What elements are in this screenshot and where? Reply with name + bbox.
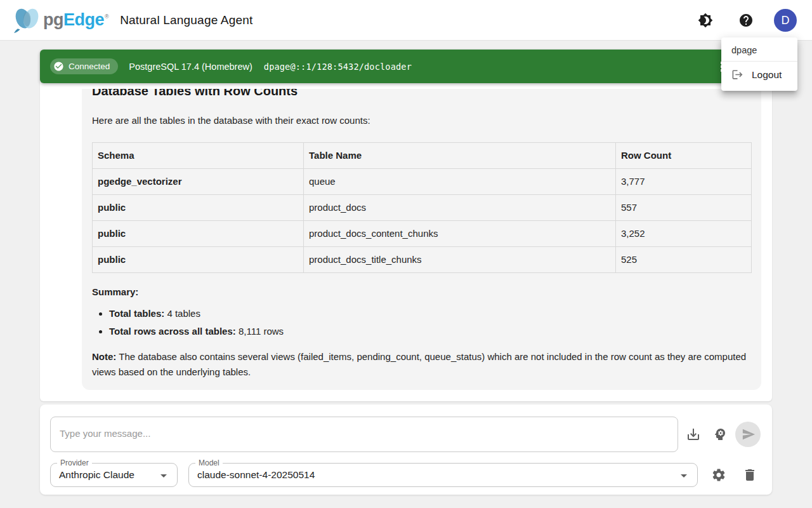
pgedge-logo: pgEdge®: [13, 7, 108, 34]
summary-item: Total rows across all tables: 8,111 rows: [109, 323, 751, 340]
logout-icon: [731, 69, 743, 81]
gear-icon: [711, 467, 726, 483]
chat-panel: Connected PostgreSQL 17.4 (Homebrew) dpa…: [40, 50, 772, 401]
connection-bar: Connected PostgreSQL 17.4 (Homebrew) dpa…: [40, 50, 772, 83]
table-row: public product_docs_content_chunks 3,252: [93, 221, 752, 247]
connection-dsn: dpage@::1/128:5432/docloader: [264, 62, 412, 72]
thinking-mode-button[interactable]: [707, 422, 733, 447]
logout-menu-item[interactable]: Logout: [721, 62, 797, 87]
theme-toggle-button[interactable]: [693, 8, 718, 33]
trash-icon: [742, 467, 757, 483]
connection-status-badge: Connected: [50, 58, 118, 74]
cell-table-name: product_docs_content_chunks: [304, 221, 616, 247]
settings-button[interactable]: [706, 462, 731, 488]
chevron-down-icon: [156, 468, 171, 483]
message-scroll-area[interactable]: Database Tables with Row Counts Here are…: [40, 89, 772, 401]
brand-edge: Edge: [63, 10, 104, 30]
column-header-table-name: Table Name: [304, 143, 616, 169]
cell-row-count: 557: [616, 195, 752, 221]
summary-item-value: 8,111 rows: [236, 326, 284, 337]
message-heading: Database Tables with Row Counts: [92, 89, 751, 99]
results-table: Schema Table Name Row Count pgedge_vecto…: [92, 142, 752, 273]
table-row: pgedge_vectorizer queue 3,777: [93, 169, 752, 195]
logout-label: Logout: [752, 69, 782, 81]
help-button[interactable]: [733, 8, 759, 33]
send-icon: [742, 427, 756, 441]
summary-item-label: Total rows across all tables:: [109, 326, 236, 337]
page-title: Natural Language Agent: [120, 13, 252, 27]
cell-table-name: queue: [304, 169, 616, 195]
table-header-row: Schema Table Name Row Count: [93, 143, 752, 169]
pgedge-wordmark: pgEdge®: [43, 10, 108, 30]
model-select-label: Model: [195, 458, 223, 467]
note-paragraph: Note: The database also contains several…: [92, 349, 751, 380]
connection-status-label: Connected: [69, 62, 110, 71]
column-header-row-count: Row Count: [616, 143, 752, 169]
summary-item: Total tables: 4 tables: [109, 305, 751, 323]
cell-schema: public: [93, 221, 304, 247]
table-row: public product_docs_title_chunks 525: [93, 247, 752, 273]
cell-schema: public: [93, 195, 304, 221]
provider-select-value: Anthropic Claude: [59, 469, 134, 481]
note-text: The database also contains several views…: [92, 351, 746, 377]
summary-list: Total tables: 4 tables Total rows across…: [109, 305, 751, 340]
header-actions: D: [693, 0, 797, 41]
message-intro: Here are all the tables in the database …: [92, 113, 751, 128]
cell-table-name: product_docs_title_chunks: [304, 247, 616, 273]
app-header: pgEdge® Natural Language Agent D: [0, 0, 812, 41]
provider-select-label: Provider: [57, 458, 92, 467]
clear-chat-button[interactable]: [737, 462, 763, 488]
provider-select[interactable]: Provider Anthropic Claude: [50, 463, 178, 487]
assistant-message-bubble: Database Tables with Row Counts Here are…: [82, 89, 761, 390]
download-chat-button[interactable]: [681, 422, 706, 447]
summary-item-value: 4 tables: [164, 308, 200, 319]
cell-row-count: 525: [616, 247, 752, 273]
psychology-icon: [712, 427, 728, 442]
cell-schema: pgedge_vectorizer: [93, 169, 304, 195]
check-circle-icon: [53, 61, 64, 72]
composer-panel: Provider Anthropic Claude Model claude-s…: [40, 404, 772, 495]
help-icon: [738, 13, 754, 28]
summary-item-label: Total tables:: [109, 308, 164, 319]
user-menu: dpage Logout: [721, 37, 797, 91]
send-button[interactable]: [735, 422, 761, 447]
message-input[interactable]: [50, 417, 678, 452]
cell-row-count: 3,252: [616, 221, 752, 247]
chevron-down-icon: [676, 468, 691, 483]
table-row: public product_docs 557: [93, 195, 752, 221]
download-icon: [686, 427, 701, 442]
server-version-label: PostgreSQL 17.4 (Homebrew): [129, 62, 252, 72]
model-select-value: claude-sonnet-4-20250514: [197, 469, 315, 481]
user-menu-username: dpage: [721, 41, 797, 61]
brightness-icon: [698, 13, 713, 28]
brand-pg: pg: [43, 10, 63, 30]
cell-schema: public: [93, 247, 304, 273]
note-label: Note:: [92, 351, 116, 362]
brand-registered-mark: ®: [105, 13, 108, 20]
cell-row-count: 3,777: [616, 169, 752, 195]
summary-heading: Summary:: [92, 284, 751, 300]
column-header-schema: Schema: [93, 143, 304, 169]
pgedge-heart-icon: [13, 7, 42, 34]
user-avatar[interactable]: D: [774, 9, 797, 32]
cell-table-name: product_docs: [304, 195, 616, 221]
model-select[interactable]: Model claude-sonnet-4-20250514: [188, 463, 698, 487]
